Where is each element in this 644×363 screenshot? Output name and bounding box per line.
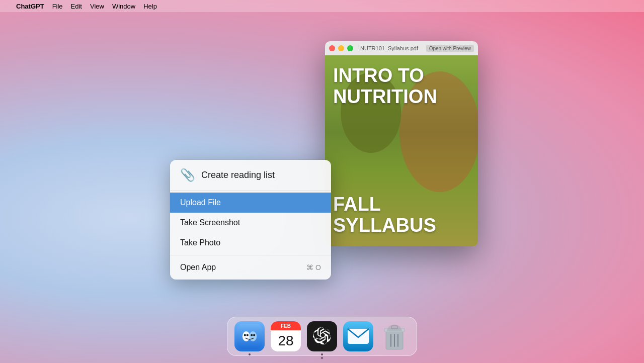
window-close-button[interactable] [329, 45, 335, 51]
menu-item-take-screenshot[interactable]: Take Screenshot [170, 213, 331, 233]
menu-item-upload-file-label: Upload File [180, 198, 221, 207]
menubar-edit[interactable]: Edit [67, 3, 86, 10]
pdf-window: NUTR101_Syllabus.pdf Open with Preview I… [325, 41, 478, 246]
dock-indicator-dot [321, 357, 323, 359]
menu-item-upload-file[interactable]: Upload File [170, 193, 331, 213]
menubar-file[interactable]: File [48, 3, 67, 10]
dock-chatgpt[interactable] [306, 320, 338, 352]
menu-header-text: Create reading list [201, 170, 275, 180]
calendar-icon: FEB 28 [271, 321, 301, 351]
trash-svg [382, 321, 407, 351]
finder-svg [237, 324, 262, 349]
chatgpt-svg [313, 327, 331, 345]
svg-point-3 [244, 334, 246, 336]
pdf-title-line3: FALL [333, 194, 470, 215]
paperclip-icon: 📎 [180, 168, 195, 182]
dock-container: FEB 28 [227, 317, 417, 359]
menubar-help[interactable]: Help [139, 3, 161, 10]
menu-item-take-photo[interactable]: Take Photo [170, 233, 331, 253]
menu-item-open-app-shortcut: ⌘ O [306, 263, 321, 271]
menu-item-take-photo-label: Take Photo [180, 238, 220, 247]
dock-finder[interactable] [233, 320, 266, 352]
menubar: ChatGPT File Edit View Window Help [0, 0, 644, 12]
menubar-view[interactable]: View [86, 3, 108, 10]
pdf-window-title: NUTR101_Syllabus.pdf [360, 45, 423, 51]
menu-divider [170, 255, 331, 255]
finder-active-dot [249, 353, 251, 355]
calendar-month-header: FEB [271, 321, 301, 330]
window-minimize-button[interactable] [338, 45, 344, 51]
calendar-month-text: FEB [281, 323, 291, 329]
menu-header: 📎 Create reading list [170, 160, 331, 191]
dock: FEB 28 [227, 317, 417, 356]
menu-item-take-screenshot-label: Take Screenshot [180, 218, 240, 227]
window-maximize-button[interactable] [347, 45, 353, 51]
pdf-content: INTRO TO NUTRITION FALL SYLLABUS [325, 55, 478, 246]
svg-point-2 [249, 331, 257, 341]
finder-icon [234, 321, 265, 351]
dock-trash[interactable] [378, 320, 411, 352]
mail-icon [343, 321, 373, 351]
mail-svg [347, 328, 369, 344]
pdf-title-line4: SYLLABUS [333, 215, 470, 236]
menu-item-open-app[interactable]: Open App ⌘ O [170, 257, 331, 278]
context-menu: 📎 Create reading list Upload File Take S… [170, 160, 331, 280]
dock-calendar[interactable]: FEB 28 [270, 320, 302, 352]
pdf-content-bottom: FALL SYLLABUS [333, 194, 470, 236]
pdf-open-preview-button[interactable]: Open with Preview [426, 45, 474, 52]
svg-point-4 [247, 334, 249, 336]
svg-point-1 [243, 331, 250, 341]
chatgpt-active-dot [321, 353, 323, 355]
svg-point-6 [253, 334, 255, 336]
menu-item-open-app-label: Open App [180, 263, 216, 272]
pdf-title-line1: INTRO TO [333, 65, 470, 86]
menu-items-list: Upload File Take Screenshot Take Photo O… [170, 191, 331, 280]
dock-mail[interactable] [342, 320, 374, 352]
menubar-window[interactable]: Window [108, 3, 139, 10]
menubar-app-name[interactable]: ChatGPT [12, 3, 48, 10]
pdf-title-line2: NUTRITION [333, 86, 470, 108]
pdf-titlebar: NUTR101_Syllabus.pdf Open with Preview [325, 41, 478, 55]
pdf-content-top: INTRO TO NUTRITION [333, 65, 470, 108]
chatgpt-icon [307, 321, 337, 351]
calendar-day-number: 28 [271, 330, 301, 351]
svg-point-5 [251, 334, 253, 336]
trash-icon [379, 321, 410, 351]
